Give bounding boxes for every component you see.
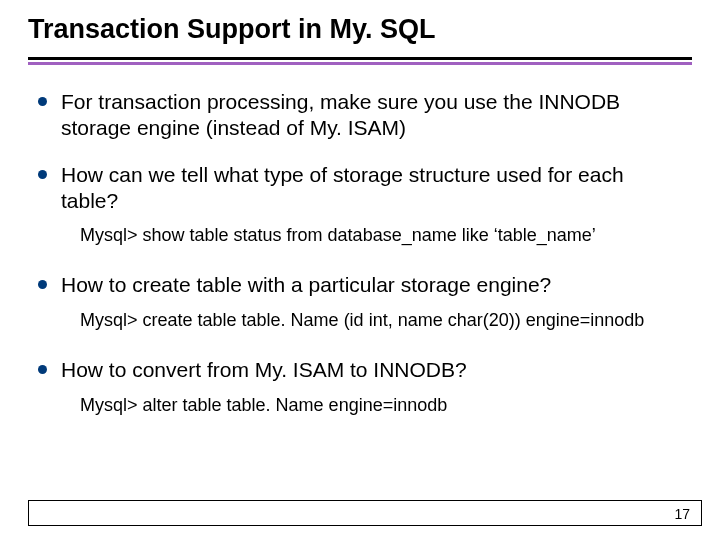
bullet-subtext: Mysql> create table table. Name (id int,… <box>80 310 686 331</box>
bullet-dot-icon <box>38 97 47 106</box>
bullet-dot-icon <box>38 280 47 289</box>
bullet-dot-icon <box>38 170 47 179</box>
bullet-item: For transaction processing, make sure yo… <box>38 89 686 140</box>
bullet-text: How to create table with a particular st… <box>61 272 551 298</box>
footer-box <box>28 500 702 526</box>
bullet-text: How can we tell what type of storage str… <box>61 162 686 213</box>
bullet-subtext: Mysql> alter table table. Name engine=in… <box>80 395 686 416</box>
bullet-subtext: Mysql> show table status from database_n… <box>80 225 686 246</box>
bullet-item: How to create table with a particular st… <box>38 272 686 298</box>
bullet-item: How to convert from My. ISAM to INNODB? <box>38 357 686 383</box>
bullet-text: How to convert from My. ISAM to INNODB? <box>61 357 467 383</box>
slide-title: Transaction Support in My. SQL <box>28 14 692 55</box>
title-rule <box>28 57 692 65</box>
page-number: 17 <box>674 506 690 522</box>
bullet-item: How can we tell what type of storage str… <box>38 162 686 213</box>
rule-black <box>28 57 692 60</box>
slide: Transaction Support in My. SQL For trans… <box>0 0 720 540</box>
bullet-dot-icon <box>38 365 47 374</box>
slide-body: For transaction processing, make sure yo… <box>28 65 692 416</box>
bullet-text: For transaction processing, make sure yo… <box>61 89 686 140</box>
